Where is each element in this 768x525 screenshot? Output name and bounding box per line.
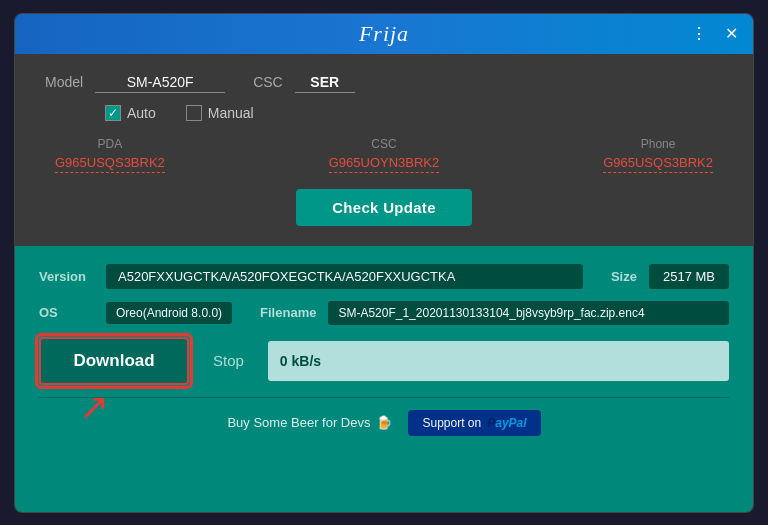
footer: Buy Some Beer for Devs 🍺 Support on PayP… [39,397,729,450]
model-row: Model CSC [45,72,723,93]
version-label: Version [39,269,94,284]
manual-checkbox[interactable] [186,105,202,121]
filename-value: SM-A520F_1_20201130133104_bj8vsyb9rp_fac… [328,301,729,325]
phone-label: Phone [641,137,676,151]
close-button[interactable]: ✕ [719,22,743,46]
os-label: OS [39,305,94,320]
model-label: Model [45,74,83,90]
csc-input[interactable] [295,72,355,93]
fw-csc-value: G965UOYN3BRK2 [329,155,440,173]
app-title: Frija [359,21,409,47]
os-row: OS Oreo(Android 8.0.0) Filename SM-A520F… [39,301,729,325]
more-icon: ⋮ [691,24,707,43]
more-button[interactable]: ⋮ [687,22,711,46]
pda-field: PDA G965USQS3BRK2 [55,137,165,173]
arrow-icon: ↗ [79,389,109,425]
close-icon: ✕ [725,24,738,43]
check-update-row: Check Update [45,189,723,226]
stop-button[interactable]: Stop [205,342,252,379]
csc-field: CSC G965UOYN3BRK2 [329,137,440,173]
manual-checkbox-item[interactable]: Manual [186,105,254,121]
size-label: Size [611,269,637,284]
speed-value: 0 kB/s [280,353,321,369]
beer-icon: 🍺 [376,415,392,430]
title-bar: Frija ⋮ ✕ [15,14,753,54]
auto-label: Auto [127,105,156,121]
manual-label: Manual [208,105,254,121]
bottom-section: Version A520FXXUGCTKA/A520FOXEGCTKA/A520… [15,246,753,512]
phone-field: Phone G965USQS3BRK2 [603,137,713,173]
pda-value: G965USQS3BRK2 [55,155,165,173]
auto-checkbox[interactable]: ✓ [105,105,121,121]
check-update-button[interactable]: Check Update [296,189,472,226]
version-value: A520FXXUGCTKA/A520FOXEGCTKA/A520FXXUGCTK… [106,264,583,289]
os-value: Oreo(Android 8.0.0) [106,302,232,324]
beer-text: Buy Some Beer for Devs [227,415,370,430]
phone-value: G965USQS3BRK2 [603,155,713,173]
action-row: Download ↗ Stop 0 kB/s [39,337,729,385]
filename-label: Filename [260,305,316,320]
size-value: 2517 MB [649,264,729,289]
auto-checkmark: ✓ [108,106,118,120]
firmware-row: PDA G965USQS3BRK2 CSC G965UOYN3BRK2 Phon… [45,137,723,173]
speed-bar: 0 kB/s [268,341,729,381]
paypal-support-text: Support on [422,416,481,430]
download-wrapper: Download ↗ [39,337,189,385]
auto-checkbox-item[interactable]: ✓ Auto [105,105,156,121]
paypal-logo: PayPal [487,416,526,430]
window-controls: ⋮ ✕ [687,22,743,46]
download-button[interactable]: Download [39,337,189,385]
csc-label: CSC [253,74,283,90]
main-window: Frija ⋮ ✕ Model CSC ✓ Auto [14,13,754,513]
pda-label: PDA [98,137,123,151]
beer-link[interactable]: Buy Some Beer for Devs 🍺 [227,415,392,430]
model-input[interactable] [95,72,225,93]
paypal-button[interactable]: Support on PayPal [408,410,540,436]
version-row: Version A520FXXUGCTKA/A520FOXEGCTKA/A520… [39,264,729,289]
fw-csc-label: CSC [371,137,396,151]
top-section: Model CSC ✓ Auto Manual PDA G965USQS3BRK… [15,54,753,246]
mode-row: ✓ Auto Manual [105,105,723,121]
